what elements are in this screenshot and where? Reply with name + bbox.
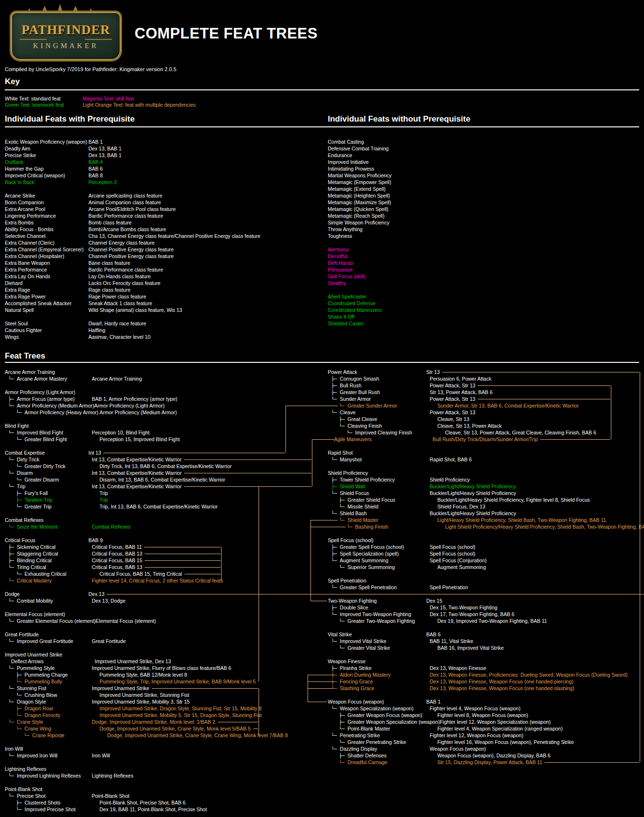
feat-name: Diehard: [5, 280, 88, 286]
feat-row: Extra Bane WeaponBane class feature: [5, 260, 322, 266]
feat-row: Two-Weapon FightingDex 15: [328, 597, 643, 604]
feat-row: Point-Blank Shot: [5, 786, 642, 792]
feat-prerequisite: BAB 1: [88, 138, 103, 145]
feat-name: Extra Arcane Pool: [5, 206, 88, 212]
feat-tree: Power AttackStr 13├─ Cornugon SmashPersu…: [328, 369, 643, 443]
feat-prerequisite: Critical Focus, BAB 15, Tiring Critical: [99, 570, 182, 577]
feat-row: Metamagic (Extend Spell): [328, 186, 640, 192]
feat-row: Extra RageRage class feature: [5, 286, 322, 293]
feat-name: └─ Dreadful Carnage: [328, 759, 437, 766]
feat-name: └─ Bashing Finish: [328, 523, 445, 530]
feat-name: Extra Channel (Empyreal Sorcerer): [5, 246, 88, 253]
tree-connector: └─: [8, 578, 17, 583]
tree-connector: └─: [16, 571, 25, 577]
feat-row: Deceitful: [328, 253, 640, 260]
feat-name: Power Attack: [328, 369, 426, 375]
page-title: COMPLETE FEAT TREES: [135, 25, 318, 42]
tree-connector: ├─: [16, 491, 25, 496]
feat-name: Spell Penetration: [328, 577, 426, 584]
feat-tree: Spell Focus (school)├─ Greater Spell Foc…: [328, 537, 643, 570]
feat-name: Martial Weapons Proficiency: [328, 172, 426, 179]
tree-connector: └─: [339, 645, 347, 651]
feat-prerequisite: Dex 13, Weapon Finesse: [430, 665, 486, 671]
feat-prerequisite: Critical Focus, BAB 13: [92, 550, 142, 557]
feat-row: ├─ Shatter DefensesWeapon Focus (weapon)…: [328, 752, 643, 759]
feat-name: └─ Arcane Armor Mastery: [5, 375, 92, 382]
feat-prerequisite: Dex 15, Two-Weapon Fighting: [430, 604, 497, 611]
feat-trees-right-column: Power AttackStr 13├─ Cornugon SmashPersu…: [328, 369, 643, 772]
tree-connector: └─: [331, 686, 340, 691]
feat-row: └─ Greater Two-Weapon FightingDex 19, Im…: [328, 618, 643, 624]
feat-name: Dodge: [5, 591, 88, 597]
feat-prerequisite: Spell Penetration: [430, 584, 468, 591]
feat-name: ├─ Spell Specialization (spell): [328, 550, 430, 557]
feat-row: ├─ Spell Specialization (spell)Spell Foc…: [328, 550, 643, 557]
feat-row: ├─ Double SliceDex 15, Two-Weapon Fighti…: [328, 604, 643, 611]
feat-name: └─ Greater Disarm: [5, 476, 99, 483]
feat-prerequisite: Lay On Hands class feature: [88, 273, 151, 280]
feat-row: Weapon Finesse: [328, 658, 643, 665]
feat-name: Arcane Armor Training: [5, 369, 88, 375]
feat-row: Improved Critical (weapon)BAB 8: [5, 172, 322, 179]
tree-connector: └─: [8, 666, 17, 671]
feat-row: └─ Crane RiposteDodge, Improved Unarmed …: [5, 732, 259, 739]
feat-prerequisite: Buckler/Light/Heavy Shield Proficiency: [430, 510, 516, 517]
feat-row: DiehardLacks Orc Ferocity class feature: [5, 280, 322, 286]
feat-prerequisite: Bardic Performance class feature: [88, 266, 163, 273]
feat-row: └─ Greater Penetrating StrikeFighter lev…: [328, 739, 643, 745]
feat-name: ├─ Fury’s Fall: [5, 490, 99, 496]
feat-name: ├─ Armor Focus (armor type): [5, 396, 92, 402]
tree-connector: └─: [331, 733, 340, 738]
feat-name: Coordinated Defense: [328, 300, 426, 307]
feat-row: Combat Casting: [328, 138, 640, 145]
feat-row: Boon CompanionAnimal Companion class fea…: [5, 199, 322, 206]
feat-name: Allied Spellcaster: [328, 293, 426, 300]
feat-prerequisite: Dex 17, Two-Weapon Fighting, BAB 6: [430, 611, 514, 618]
feat-name: Throw Anything: [328, 226, 426, 233]
tree-connector: ├─: [331, 545, 340, 550]
compiled-by-line: Compiled by UncleSporky 7/2019 for Pathf…: [5, 66, 176, 72]
feat-row: Metamagic (Maximize Spell): [328, 199, 640, 206]
feat-name: Extra Channel (Cleric): [5, 239, 88, 246]
tree-connector: └─: [8, 699, 17, 705]
tree-connector: └─: [331, 410, 340, 415]
feat-name: ├─ Shatter Defenses: [328, 752, 437, 759]
feat-name: Vital Strike: [328, 631, 426, 638]
feat-prerequisite: Perception 15, Improved Blind Fight: [99, 436, 180, 443]
feat-prerequisite: Perception 3: [88, 179, 117, 186]
feat-row: Lingering PerformanceBardic Performance …: [5, 212, 322, 219]
feat-tree: Two-Weapon FightingDex 15├─ Double Slice…: [328, 597, 643, 624]
feat-name: └─ Disarm: [5, 470, 92, 476]
feat-prerequisite: Shield Focus, Dex 13: [437, 503, 485, 510]
feat-prerequisite: Point-Blank Shot: [92, 792, 129, 799]
feat-prerequisite: BAB 11, Vital Strike: [430, 638, 473, 644]
feat-name: Extra Performance: [5, 266, 88, 273]
tree-connector: └─: [16, 410, 25, 415]
feat-name: Outflank: [5, 159, 88, 165]
feat-prerequisite: Dex 13, Weapon Finesse, Weapon Focus (on…: [430, 678, 573, 685]
tree-connector: └─: [331, 639, 340, 644]
tree-connector: └─: [16, 504, 25, 509]
feat-prerequisite: BAB 9: [88, 537, 103, 544]
feat-row: Extra PerformanceBardic Performance clas…: [5, 266, 322, 273]
tree-connector: ├─: [331, 551, 340, 557]
feat-prerequisite: Weapon Focus (weapon), Dazzling Display,…: [437, 752, 550, 759]
feat-row: ├─ Shield WallBuckler/Light/Heavy Shield…: [328, 483, 643, 490]
feat-prerequisite: Bardic Performance class feature: [88, 212, 163, 219]
feat-prerequisite: Improved Unarmed Strike, Stunning Fist: [99, 692, 189, 698]
tree-connector: └─: [16, 437, 25, 442]
logo-shield: PATHFINDER KINGMAKER: [10, 11, 122, 62]
feat-row: Combat ExpertiseInt 13: [5, 449, 285, 456]
feat-row: Coordinated Defense: [328, 300, 640, 307]
feat-name: └─ Improved Two-Weapon Fighting: [328, 611, 430, 618]
feat-name: ├─ Cornugon Smash: [328, 375, 430, 382]
dependency-line: [145, 560, 221, 561]
feat-row: Spell Focus (school): [328, 537, 643, 544]
tree-connector: └─: [16, 807, 25, 812]
feat-name: Elemental Focus (element): [5, 611, 88, 618]
tree-connector: └─: [8, 753, 17, 758]
feat-name: └─ Dragon Ferocity: [5, 712, 99, 718]
feat-prerequisite: Fighter level 4, Weapon Specialization (…: [437, 725, 563, 732]
feat-row: └─ Greater Spell PenetrationSpell Penetr…: [328, 584, 643, 591]
feat-name: Rapid Shot: [328, 449, 426, 456]
